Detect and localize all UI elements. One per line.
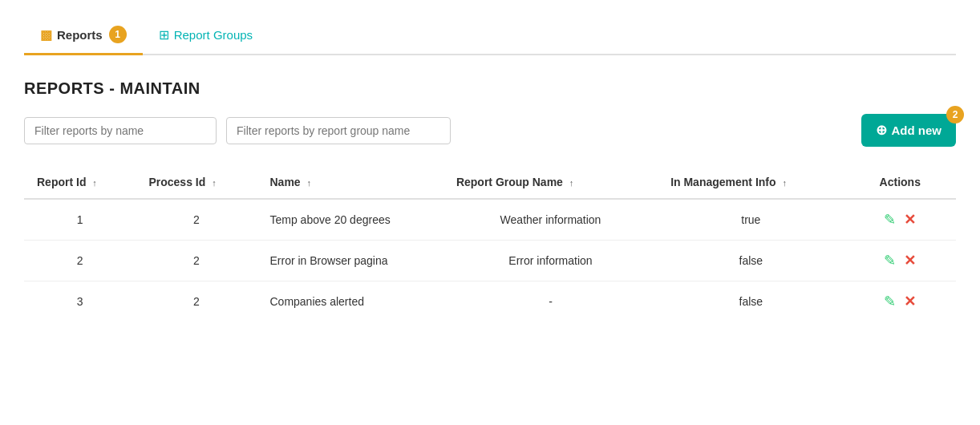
add-new-badge: 2 [946, 106, 964, 123]
filter-by-name-input[interactable] [24, 117, 217, 144]
sort-icon-group-name: ↑ [569, 178, 574, 188]
filters-row: ⊕ Add new 2 [24, 114, 956, 147]
col-report-id-label: Report Id [37, 176, 86, 188]
col-header-report-id[interactable]: Report Id ↑ [24, 166, 136, 199]
col-name-label: Name [269, 176, 300, 188]
tabs-bar: ▩ Reports 1 ⊞ Report Groups [24, 16, 956, 55]
add-circle-icon: ⊕ [876, 122, 887, 139]
cell-name: Temp above 20 degrees [257, 199, 443, 241]
col-header-process-id[interactable]: Process Id ↑ [136, 166, 257, 199]
tab-reports[interactable]: ▩ Reports 1 [24, 16, 143, 55]
col-process-id-label: Process Id [148, 176, 205, 188]
cell-mgmt-info: false [658, 241, 844, 281]
cell-actions: ✎ ✕ [844, 281, 956, 322]
tab-report-groups-label: Report Groups [174, 28, 253, 42]
bar-chart-icon: ▩ [40, 27, 52, 42]
col-actions-label: Actions [880, 176, 921, 188]
col-header-group-name[interactable]: Report Group Name ↑ [443, 166, 658, 199]
cell-actions: ✎ ✕ [844, 199, 956, 241]
cell-actions: ✎ ✕ [844, 241, 956, 281]
reports-table: Report Id ↑ Process Id ↑ Name ↑ Report G… [24, 166, 956, 322]
actions-cell: ✎ ✕ [857, 211, 943, 229]
col-header-name[interactable]: Name ↑ [257, 166, 443, 199]
tab-reports-label: Reports [57, 28, 103, 42]
table-row: 1 2 Temp above 20 degrees Weather inform… [24, 199, 956, 241]
delete-button[interactable]: ✕ [904, 211, 916, 229]
sort-icon-mgmt-info: ↑ [782, 178, 787, 188]
col-header-mgmt-info[interactable]: In Management Info ↑ [658, 166, 844, 199]
sort-icon-name: ↑ [307, 178, 312, 188]
cell-report-id: 2 [24, 241, 136, 281]
tab-reports-badge: 1 [109, 26, 127, 43]
cell-process-id: 2 [136, 241, 257, 281]
page-container: ▩ Reports 1 ⊞ Report Groups REPORTS - MA… [0, 0, 980, 338]
cell-group-name: Weather information [443, 199, 658, 241]
edit-button[interactable]: ✎ [884, 211, 896, 229]
cell-name: Companies alerted [257, 281, 443, 322]
table-header: Report Id ↑ Process Id ↑ Name ↑ Report G… [24, 166, 956, 199]
add-new-button[interactable]: ⊕ Add new 2 [861, 114, 957, 147]
cell-process-id: 2 [136, 281, 257, 322]
sort-icon-report-id: ↑ [92, 178, 97, 188]
cell-group-name: - [443, 281, 658, 322]
table-row: 2 2 Error in Browser pagina Error inform… [24, 241, 956, 281]
delete-button[interactable]: ✕ [904, 252, 916, 269]
page-title: REPORTS - MAINTAIN [24, 79, 956, 98]
header-row: Report Id ↑ Process Id ↑ Name ↑ Report G… [24, 166, 956, 199]
plus-square-icon: ⊞ [159, 27, 169, 42]
filter-by-group-name-input[interactable] [226, 117, 451, 144]
cell-report-id: 3 [24, 281, 136, 322]
cell-mgmt-info: true [658, 199, 844, 241]
cell-name: Error in Browser pagina [257, 241, 443, 281]
actions-cell: ✎ ✕ [857, 293, 943, 310]
cell-group-name: Error information [443, 241, 658, 281]
col-mgmt-info-label: In Management Info [670, 176, 775, 188]
actions-cell: ✎ ✕ [857, 252, 943, 269]
delete-button[interactable]: ✕ [904, 293, 916, 310]
edit-button[interactable]: ✎ [884, 293, 896, 310]
tab-report-groups[interactable]: ⊞ Report Groups [143, 16, 269, 55]
table-row: 3 2 Companies alerted - false ✎ ✕ [24, 281, 956, 322]
sort-icon-process-id: ↑ [212, 178, 217, 188]
col-header-actions: Actions [844, 166, 956, 199]
cell-process-id: 2 [136, 199, 257, 241]
cell-report-id: 1 [24, 199, 136, 241]
edit-button[interactable]: ✎ [884, 252, 896, 269]
add-new-label: Add new [892, 123, 942, 137]
table-body: 1 2 Temp above 20 degrees Weather inform… [24, 199, 956, 322]
cell-mgmt-info: false [658, 281, 844, 322]
col-group-name-label: Report Group Name [456, 176, 563, 188]
